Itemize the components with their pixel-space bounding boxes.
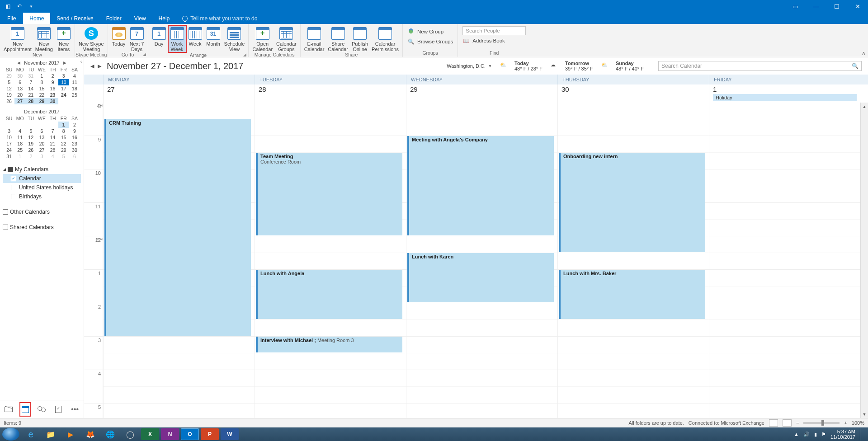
collapse-ribbon-icon[interactable]: ᐱ: [862, 51, 865, 56]
mini-date[interactable]: 27: [14, 98, 25, 104]
mini-date[interactable]: 1: [14, 153, 25, 160]
schedule-view-button[interactable]: Schedule View: [222, 25, 247, 52]
mini-date[interactable]: 28: [25, 98, 36, 104]
taskbar-outlook-icon[interactable]: O: [181, 428, 199, 440]
appointment[interactable]: Onboarding new intern: [559, 153, 705, 252]
new-meeting-button[interactable]: New Meeting: [33, 25, 55, 52]
show-desktop-button[interactable]: [860, 428, 863, 441]
mini-date[interactable]: 7: [25, 79, 36, 85]
taskbar-word-icon[interactable]: W: [221, 428, 239, 440]
mini-date[interactable]: 22: [36, 92, 47, 98]
address-book-button[interactable]: 📖Address Book: [462, 36, 526, 45]
calendar-permissions-button[interactable]: Calendar Permissions: [370, 25, 401, 52]
zoom-in-button[interactable]: +: [844, 420, 847, 426]
all-day-event[interactable]: Holiday: [713, 94, 857, 101]
mini-date[interactable]: 18: [69, 85, 80, 92]
day-view-button[interactable]: Day: [150, 25, 168, 47]
more-nav-icon[interactable]: •••: [70, 403, 80, 416]
day-column[interactable]: Meeting with Angela's CompanyLunch with …: [406, 103, 557, 418]
appointment[interactable]: Lunch with Mrs. Baker: [559, 270, 705, 319]
browse-groups-button[interactable]: 🔍Browse Groups: [407, 37, 453, 46]
new-skype-meeting-button[interactable]: SNew Skype Meeting: [77, 25, 106, 52]
mini-date[interactable]: 13: [36, 134, 47, 141]
scroll-down-icon[interactable]: ▼: [861, 410, 868, 418]
mini-date[interactable]: 24: [58, 92, 69, 98]
mini-date[interactable]: 8: [36, 79, 47, 85]
mini-date[interactable]: 26: [4, 98, 14, 104]
mini-date[interactable]: 5: [25, 128, 36, 134]
other-calendars-group[interactable]: Other Calendars: [3, 207, 81, 216]
share-calendar-button[interactable]: Share Calendar: [326, 25, 350, 52]
taskbar-media-icon[interactable]: ▶: [61, 428, 80, 440]
tab-view[interactable]: View: [128, 13, 152, 24]
prev-month-icon[interactable]: ◀: [17, 61, 20, 65]
minimize-button[interactable]: —: [806, 0, 826, 13]
mini-date[interactable]: 15: [36, 85, 47, 92]
mini-date[interactable]: 9: [47, 79, 58, 85]
month-view-button[interactable]: Month: [204, 25, 222, 47]
mini-date[interactable]: 20: [14, 92, 25, 98]
tab-folder[interactable]: Folder: [100, 13, 128, 24]
vertical-scrollbar[interactable]: ▲ ▼: [860, 103, 868, 418]
mini-date[interactable]: 9: [69, 128, 80, 134]
shared-calendars-group[interactable]: Shared Calendars: [3, 223, 81, 232]
new-appointment-button[interactable]: New Appointment: [2, 25, 33, 52]
day-column[interactable]: Onboarding new internLunch with Mrs. Bak…: [557, 103, 709, 418]
mini-date[interactable]: [47, 122, 58, 128]
mini-date[interactable]: 14: [47, 134, 58, 141]
mini-date[interactable]: 30: [47, 98, 58, 104]
reading-view-button[interactable]: [783, 419, 792, 427]
mini-date[interactable]: 29: [36, 98, 47, 104]
mini-date[interactable]: 27: [36, 147, 47, 153]
mini-date[interactable]: 6: [14, 79, 25, 85]
mini-date[interactable]: 3: [4, 128, 14, 134]
mini-date[interactable]: 21: [25, 92, 36, 98]
day-number[interactable]: 30: [557, 84, 709, 103]
mini-date[interactable]: 31: [25, 73, 36, 79]
ribbon-display-icon[interactable]: ▭: [785, 0, 806, 13]
appointment[interactable]: Meeting with Angela's Company: [407, 136, 554, 235]
mini-date[interactable]: 11: [14, 134, 25, 141]
new-group-button[interactable]: New Group: [407, 27, 453, 36]
mini-date[interactable]: 4: [69, 73, 80, 79]
mini-date[interactable]: 4: [47, 153, 58, 160]
arrange-dialog-launcher[interactable]: ◢: [243, 52, 246, 57]
day-column[interactable]: Team MeetingConference RoomLunch with An…: [255, 103, 406, 418]
mini-date[interactable]: 21: [47, 141, 58, 147]
start-button[interactable]: [2, 428, 20, 440]
calendar-item-calendar[interactable]: ✓Calendar: [3, 174, 81, 183]
mini-date[interactable]: 5: [58, 153, 69, 160]
taskbar-explorer-icon[interactable]: 📁: [42, 428, 60, 440]
mini-date[interactable]: 7: [47, 128, 58, 134]
mini-date[interactable]: 26: [25, 147, 36, 153]
mini-date[interactable]: 2: [25, 153, 36, 160]
appointment[interactable]: Team MeetingConference Room: [256, 153, 402, 235]
mini-date[interactable]: 2: [69, 122, 80, 128]
my-calendars-group[interactable]: ◢ My Calendars: [3, 165, 81, 174]
mini-date[interactable]: 12: [25, 134, 36, 141]
tab-help[interactable]: Help: [152, 13, 176, 24]
mini-date[interactable]: 29: [4, 73, 14, 79]
mini-date[interactable]: 22: [58, 141, 69, 147]
qat-customize-icon[interactable]: ▼: [26, 1, 36, 11]
mini-date[interactable]: 23: [47, 92, 58, 98]
mini-date[interactable]: 20: [36, 141, 47, 147]
today-button[interactable]: Today: [110, 25, 128, 47]
tray-arrow-icon[interactable]: ▲: [794, 432, 799, 437]
taskbar-onenote-icon[interactable]: N: [161, 428, 179, 440]
day-number[interactable]: 27: [103, 84, 255, 103]
checkbox-icon[interactable]: [8, 167, 13, 172]
day-number[interactable]: 28: [255, 84, 406, 103]
mini-date[interactable]: 16: [69, 134, 80, 141]
calendar-item-us-holidays[interactable]: United States holidays: [3, 183, 81, 192]
mini-date[interactable]: 3: [36, 153, 47, 160]
mini-date[interactable]: [25, 122, 36, 128]
calendar-nav-icon[interactable]: [20, 403, 31, 416]
calendar-item-birthdays[interactable]: Birthdays: [3, 192, 81, 201]
time-grid[interactable]: 8AM9101112PM12345678 CRM TrainingTeam Me…: [84, 103, 868, 418]
weather-location[interactable]: Washington, D.C. ▼: [447, 63, 492, 69]
zoom-slider[interactable]: [803, 422, 840, 424]
taskbar-ie-icon[interactable]: e: [22, 428, 40, 440]
mini-date[interactable]: 25: [14, 147, 25, 153]
mini-date[interactable]: 31: [4, 153, 14, 160]
